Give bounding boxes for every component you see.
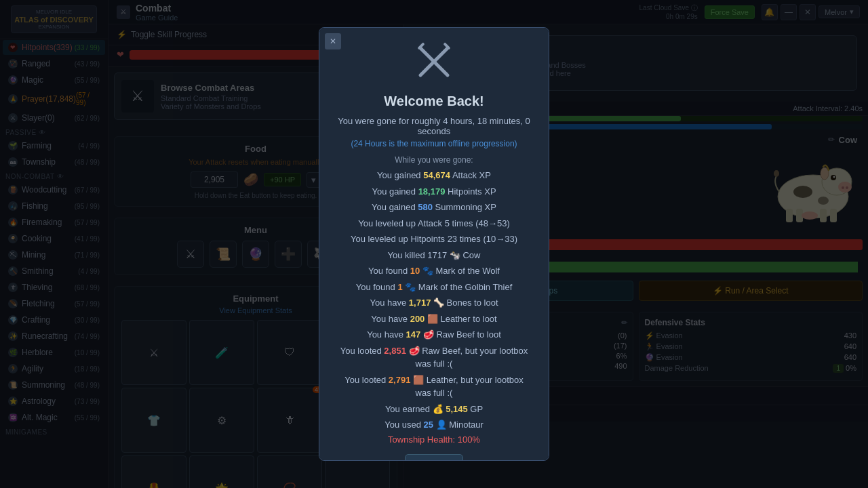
app-container: MELVOR IDLE ATLAS of DISCOVERY EXPANSION… (0, 0, 868, 488)
modal-while-gone: While you were gone: (336, 155, 532, 165)
modal-line-leather-full: You looted 2,791 🟫 Leather, but your loo… (336, 373, 532, 400)
modal-line-hp-xp: You gained 18,179 Hitpoints XP (336, 185, 532, 199)
welcome-back-modal: ✕ Welcome Back! You were gone for roughl… (319, 27, 549, 461)
modal-line-bones-loot: You have 1,717 🦴 Bones to loot (336, 296, 532, 310)
modal-offline-note: (24 Hours is the maximum offline progres… (336, 139, 532, 148)
modal-gone-text: You were gone for roughly 4 hours, 18 mi… (336, 116, 532, 136)
modal-line-minotaur-used: You used 25 👤 Minotaur (336, 418, 532, 432)
modal-line-rawbeef-loot: You have 147 🥩 Raw Beef to loot (336, 328, 532, 342)
modal-title: Welcome Back! (336, 94, 532, 109)
modal-line-attack-xp: You gained 54,674 Attack XP (336, 169, 532, 182)
modal-close-button[interactable]: ✕ (325, 33, 341, 49)
modal-line-summon-xp: You gained 580 Summoning XP (336, 201, 532, 214)
modal-swords-icon (336, 41, 532, 88)
modal-line-hp-level: You leveled up Hitpoints 23 times (10→33… (336, 232, 532, 246)
modal-line-kills: You killed 1717 🐄 Cow (336, 249, 532, 262)
modal-line-attack-level: You leveled up Attack 5 times (48→53) (336, 217, 532, 230)
modal-line-mark-wolf: You found 10 🐾 Mark of the Wolf (336, 264, 532, 278)
modal-overlay: ✕ Welcome Back! You were gone for roughl… (0, 0, 868, 488)
modal-ok-button[interactable]: OK (405, 454, 463, 462)
modal-line-mark-golbin: You found 1 🐾 Mark of the Golbin Thief (336, 281, 532, 294)
modal-township-health: Township Health: 100% (336, 434, 532, 445)
modal-line-leather-loot: You have 200 🟫 Leather to loot (336, 312, 532, 326)
modal-line-rawbeef-full: You looted 2,851 🥩 Raw Beef, but your lo… (336, 344, 532, 371)
modal-line-gp-earned: You earned 💰 5,145 GP (336, 403, 532, 416)
